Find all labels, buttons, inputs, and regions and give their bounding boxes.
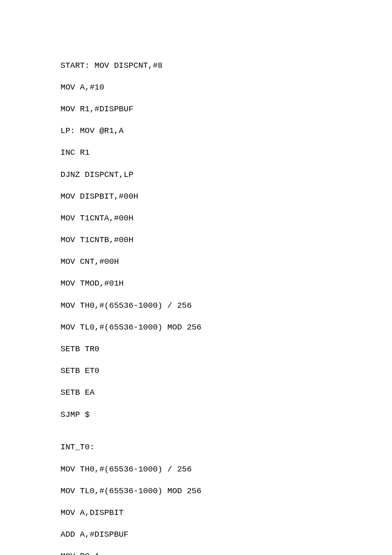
code-line: MOV DISPBIT,#00H <box>61 191 392 202</box>
code-line: SETB EA <box>61 387 392 399</box>
code-line: MOV TMOD,#01H <box>61 278 392 289</box>
code-line: MOV TL0,#(65536-1000) MOD 256 <box>61 322 392 333</box>
code-line: MOV CNT,#00H <box>61 257 392 268</box>
code-line: SETB TR0 <box>61 344 392 355</box>
code-line: MOV R0,A <box>61 551 392 555</box>
code-line: MOV T1CNTB,#00H <box>61 235 392 246</box>
code-line: MOV A,#10 <box>61 82 392 93</box>
code-line: MOV R1,#DISPBUF <box>61 104 392 115</box>
code-line: MOV A,DISPBIT <box>61 508 392 519</box>
code-line: SETB ET0 <box>61 366 392 377</box>
code-line: DJNZ DISPCNT,LP <box>61 170 392 181</box>
code-line: MOV TL0,#(65536-1000) MOD 256 <box>61 486 392 497</box>
code-line: START: MOV DISPCNT,#8 <box>61 61 392 72</box>
code-line: MOV T1CNTA,#00H <box>61 213 392 224</box>
code-line: MOV TH0,#(65536-1000) / 256 <box>61 301 392 312</box>
code-line: MOV TH0,#(65536-1000) / 256 <box>61 464 392 475</box>
code-line: ADD A,#DISPBUF <box>61 529 392 541</box>
code-line: SJMP $ <box>61 410 392 421</box>
code-line: LP: MOV @R1,A <box>61 126 392 137</box>
code-line: INT_T0: <box>61 442 392 453</box>
code-line: INC R1 <box>61 147 392 159</box>
code-listing: START: MOV DISPCNT,#8 MOV A,#10 MOV R1,#… <box>0 0 392 555</box>
